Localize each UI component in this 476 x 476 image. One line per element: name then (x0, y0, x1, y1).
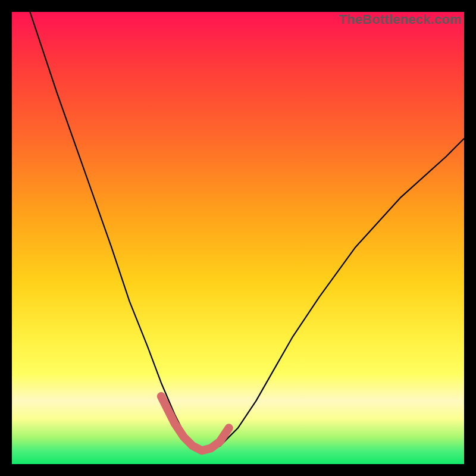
valley-highlight (161, 396, 229, 450)
watermark-text: TheBottleneck.com (339, 12, 462, 27)
chart-svg (12, 12, 464, 464)
bottleneck-curve (30, 12, 464, 450)
chart-frame: TheBottleneck.com (12, 12, 464, 464)
